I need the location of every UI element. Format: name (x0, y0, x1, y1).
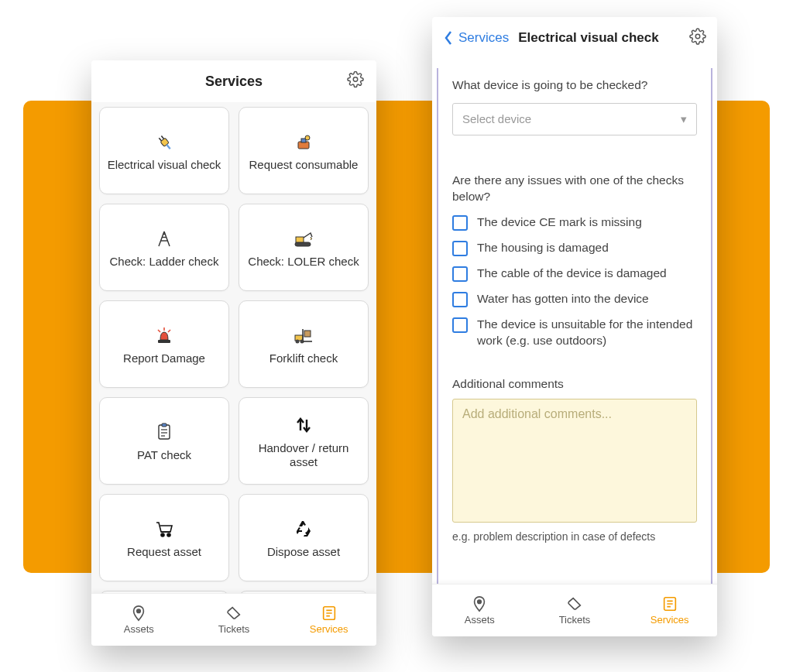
check-label: The device CE mark is missing (477, 214, 642, 231)
service-card-report-damage[interactable]: Report Damage (99, 300, 229, 388)
plug-icon (153, 130, 176, 153)
check-cable-damaged[interactable]: The cable of the device is damaged (452, 266, 697, 282)
checkbox-icon (452, 241, 468, 256)
tab-assets[interactable]: Assets (432, 585, 527, 636)
tab-label: Tickets (218, 623, 250, 635)
service-card-label: Handover / return asset (244, 441, 363, 469)
service-card-request-consumable[interactable]: Request consumable (239, 107, 369, 194)
caret-down-icon: ▾ (681, 112, 687, 126)
gear-icon[interactable] (689, 28, 706, 48)
checkbox-icon (452, 317, 468, 333)
services-grid: Electrical visual check Request consumab… (91, 102, 376, 593)
svg-rect-12 (296, 237, 304, 242)
page-title: Electrical visual check (518, 30, 658, 46)
service-card-label: Dispose asset (267, 545, 340, 559)
comments-label: Additional comments (452, 377, 697, 391)
check-label: Water has gotten into the device (477, 291, 649, 307)
tab-label: Assets (124, 623, 154, 635)
device-select[interactable]: Select device ▾ (452, 103, 697, 135)
service-card-pat-check[interactable]: PAT check (99, 397, 229, 485)
svg-point-30 (161, 533, 164, 537)
svg-point-20 (296, 339, 300, 343)
service-card-label: Request asset (127, 545, 201, 559)
svg-rect-24 (162, 423, 166, 427)
svg-point-31 (167, 533, 170, 537)
svg-line-16 (168, 330, 170, 332)
check-housing-damaged[interactable]: The housing is damaged (452, 240, 697, 256)
gear-icon[interactable] (347, 71, 364, 92)
svg-rect-11 (295, 242, 311, 246)
check-label: The housing is damaged (477, 240, 609, 256)
service-card-label: Forklift check (269, 351, 338, 365)
phone-services-list: Services Electrical visual check Request… (91, 60, 376, 646)
check-label: The cable of the device is damaged (477, 266, 667, 282)
question-device: What device is going to be checked? (452, 77, 697, 94)
svg-point-36 (137, 609, 141, 613)
svg-point-0 (353, 77, 358, 82)
tab-label: Services (651, 614, 689, 626)
comments-textarea[interactable]: Add additional comments... (452, 399, 697, 523)
service-card-label: Check: Ladder check (110, 255, 219, 269)
tab-tickets[interactable]: Tickets (527, 585, 623, 636)
svg-line-3 (161, 135, 163, 139)
svg-rect-19 (304, 331, 311, 337)
back-button[interactable] (443, 30, 454, 46)
tab-services[interactable]: Services (281, 594, 376, 646)
excavator-icon (290, 227, 317, 250)
checkbox-icon (452, 266, 468, 282)
ladder-icon (153, 227, 176, 250)
transfer-arrows-icon (294, 413, 314, 437)
tab-label: Assets (465, 614, 495, 626)
header: Services (91, 60, 376, 102)
page-title: Services (205, 74, 263, 90)
service-card-ladder-check[interactable]: Check: Ladder check (99, 204, 229, 291)
forklift-icon (291, 324, 316, 347)
checkbox-icon (452, 215, 468, 231)
svg-rect-13 (158, 340, 170, 343)
check-unsuitable-work[interactable]: The device is unsuitable for the intende… (452, 317, 697, 349)
tab-label: Services (310, 623, 348, 635)
siren-icon (153, 324, 176, 347)
checkbox-icon (452, 292, 468, 307)
cart-icon (153, 517, 175, 540)
service-card-label: Report Damage (123, 351, 205, 365)
service-card-electrical-visual-check[interactable]: Electrical visual check (99, 107, 229, 194)
back-label[interactable]: Services (458, 30, 509, 46)
service-card-label: Electrical visual check (108, 158, 221, 172)
comments-hint: e.g. problem description in case of defe… (452, 530, 697, 543)
recycle-icon (294, 517, 314, 540)
clipboard-icon (153, 420, 175, 444)
header: Services Electrical visual check (432, 17, 717, 59)
svg-point-42 (478, 600, 482, 604)
phone-service-form: Services Electrical visual check What de… (432, 17, 717, 636)
svg-rect-23 (159, 425, 170, 439)
check-label: The device is unsuitable for the intende… (477, 317, 697, 349)
tab-assets[interactable]: Assets (91, 594, 187, 646)
svg-line-4 (166, 144, 170, 148)
service-card-label: Check: LOLER check (248, 255, 359, 269)
question-issues: Are there any issues with one of the che… (452, 173, 697, 205)
check-ce-mark-missing[interactable]: The device CE mark is missing (452, 214, 697, 231)
service-card-label: PAT check (137, 448, 191, 462)
tab-tickets[interactable]: Tickets (187, 594, 282, 646)
service-card-request-asset[interactable]: Request asset (99, 494, 229, 581)
tab-bar: Assets Tickets Services (91, 593, 376, 646)
service-card-dispose-asset[interactable]: Dispose asset (239, 494, 369, 581)
svg-point-7 (305, 135, 310, 140)
tab-bar: Assets Tickets Services (432, 584, 717, 636)
select-placeholder: Select device (462, 112, 531, 125)
tab-services[interactable]: Services (622, 585, 717, 636)
service-card-forklift-check[interactable]: Forklift check (239, 300, 369, 388)
tab-label: Tickets (559, 614, 591, 626)
svg-point-41 (695, 34, 700, 39)
comments-placeholder: Add additional comments... (462, 407, 612, 420)
service-card-label: Request consumable (249, 158, 359, 172)
svg-line-2 (159, 138, 161, 141)
check-water-ingress[interactable]: Water has gotten into the device (452, 291, 697, 307)
service-card-loler-check[interactable]: Check: LOLER check (239, 204, 369, 291)
form-area: What device is going to be checked? Sele… (432, 59, 717, 584)
toolbox-icon (292, 130, 315, 153)
service-card-handover-return-asset[interactable]: Handover / return asset (239, 397, 369, 485)
svg-line-15 (158, 330, 160, 332)
